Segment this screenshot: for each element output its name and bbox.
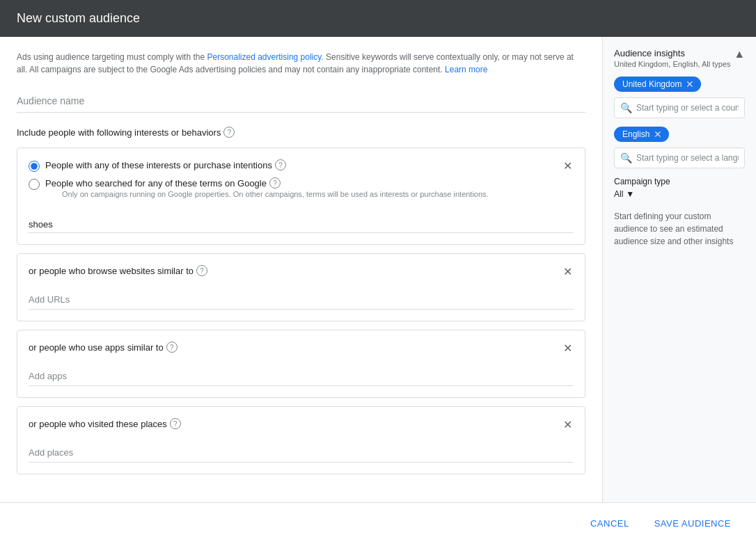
insights-collapse-icon[interactable]: ▲ — [734, 48, 745, 61]
places-section: or people who visited these places ? ✕ — [17, 406, 585, 474]
apps-card-header: or people who use apps similar to ? ✕ — [29, 342, 574, 355]
modal-footer: CANCEL SAVE AUDIENCE — [0, 502, 756, 544]
radio-option-interests: People with any of these interests or pu… — [29, 159, 489, 172]
insights-subtitle: United Kingdom, English, All types — [614, 60, 731, 68]
radio-option-search: People who searched for any of these ter… — [29, 177, 489, 198]
left-pane: Ads using audience targeting must comply… — [0, 37, 603, 502]
websites-card-title: or people who browse websites similar to… — [29, 265, 207, 276]
campaign-type-chevron-icon: ▼ — [626, 189, 634, 199]
apps-close-button[interactable]: ✕ — [562, 342, 574, 355]
include-section-label: Include people with following interests … — [17, 127, 585, 138]
country-search-icon: 🔍 — [620, 102, 632, 113]
country-chip[interactable]: United Kingdom ✕ — [614, 77, 701, 92]
campaign-type-label: Campaign type — [614, 177, 745, 186]
insights-title-block: Audience insights United Kingdom, Englis… — [614, 48, 731, 68]
cancel-button[interactable]: CANCEL — [582, 513, 638, 534]
language-search-field[interactable]: 🔍 — [614, 147, 745, 168]
language-chip-close[interactable]: ✕ — [654, 129, 662, 139]
interests-close-button[interactable]: ✕ — [562, 159, 574, 173]
audience-name-input[interactable] — [17, 90, 585, 113]
country-search-field[interactable]: 🔍 — [614, 97, 745, 118]
apps-help-icon[interactable]: ? — [166, 342, 178, 353]
include-help-icon[interactable]: ? — [223, 127, 235, 138]
places-input[interactable] — [29, 443, 574, 463]
right-pane: Audience insights United Kingdom, Englis… — [603, 37, 756, 502]
radio2-help-icon[interactable]: ? — [269, 177, 281, 189]
websites-section: or people who browse websites similar to… — [17, 253, 585, 321]
policy-text-before: Ads using audience targeting must comply… — [17, 52, 207, 62]
country-chip-label: United Kingdom — [622, 79, 682, 89]
places-close-button[interactable]: ✕ — [562, 418, 574, 432]
policy-notice: Ads using audience targeting must comply… — [17, 51, 585, 76]
radio-interests-label: People with any of these interests or pu… — [45, 159, 286, 170]
country-chip-close[interactable]: ✕ — [686, 79, 694, 89]
campaign-type-select[interactable]: All ▼ — [614, 189, 745, 199]
interests-card-header: People with any of these interests or pu… — [29, 159, 574, 211]
language-search-icon: 🔍 — [620, 152, 632, 163]
learn-more-link[interactable]: Learn more — [445, 65, 487, 74]
keyword-value[interactable]: shoes — [29, 216, 574, 233]
apps-input[interactable] — [29, 367, 574, 386]
save-audience-button[interactable]: SAVE AUDIENCE — [646, 513, 739, 534]
radio-search-label: People who searched for any of these ter… — [45, 177, 489, 189]
places-help-icon[interactable]: ? — [170, 418, 181, 429]
radio-group: People with any of these interests or pu… — [29, 159, 489, 204]
radio-search-sublabel: Only on campaigns running on Google prop… — [62, 190, 489, 198]
language-chip[interactable]: English ✕ — [614, 127, 669, 142]
interests-section: People with any of these interests or pu… — [17, 147, 585, 245]
radio-search[interactable] — [29, 179, 40, 190]
insights-title: Audience insights — [614, 48, 731, 58]
radio1-help-icon[interactable]: ? — [275, 159, 286, 170]
personalized-policy-link[interactable]: Personalized advertising policy — [207, 52, 321, 62]
apps-card-title: or people who use apps similar to ? — [29, 342, 178, 353]
places-card-header: or people who visited these places ? ✕ — [29, 418, 574, 432]
language-chip-label: English — [622, 129, 649, 139]
country-search-input[interactable] — [636, 103, 739, 113]
websites-input[interactable] — [29, 290, 574, 310]
campaign-type-value: All — [614, 189, 623, 199]
places-card-title: or people who visited these places ? — [29, 418, 181, 429]
insights-description: Start defining your custom audience to s… — [614, 210, 745, 248]
language-search-input[interactable] — [636, 153, 739, 163]
modal-body: Ads using audience targeting must comply… — [0, 37, 756, 502]
websites-close-button[interactable]: ✕ — [562, 265, 574, 279]
insights-header: Audience insights United Kingdom, Englis… — [614, 48, 745, 68]
radio-interests[interactable] — [29, 161, 40, 172]
modal-title: New custom audience — [17, 11, 140, 26]
websites-card-header: or people who browse websites similar to… — [29, 265, 574, 279]
websites-help-icon[interactable]: ? — [196, 265, 207, 276]
apps-section: or people who use apps similar to ? ✕ — [17, 330, 585, 398]
audience-name-field — [17, 90, 585, 113]
modal-header: New custom audience — [0, 0, 756, 37]
